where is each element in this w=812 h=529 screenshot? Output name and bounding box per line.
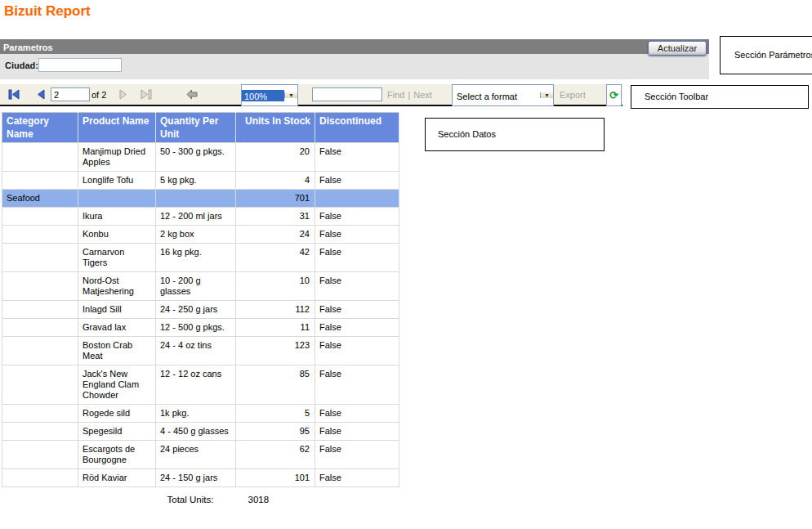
- section-toolbar-label: Sección Toolbar: [645, 91, 708, 103]
- last-page-button[interactable]: [141, 89, 152, 100]
- cell: False: [315, 319, 399, 337]
- last-page-icon: [141, 89, 152, 100]
- previous-page-icon: [36, 89, 45, 100]
- cell: [78, 190, 156, 208]
- parameters-header-bar: Parametros Actualizar: [0, 39, 709, 54]
- cell: Carnarvon Tigers: [78, 244, 156, 272]
- find-input[interactable]: [312, 87, 382, 101]
- cell: Longlife Tofu: [78, 172, 156, 190]
- first-page-icon: [8, 89, 20, 100]
- table-body: Manjimup Dried Apples50 - 300 g pkgs.20F…: [2, 143, 399, 487]
- cell: 10 - 200 g glasses: [156, 272, 236, 301]
- export-format-select[interactable]: Select a format ▼: [452, 84, 554, 106]
- cell: 24: [236, 226, 315, 244]
- cell: Boston Crab Meat: [78, 337, 156, 365]
- table-row: Spegesild4 - 450 g glasses95False: [2, 423, 399, 441]
- table-row: Konbu2 kg box24False: [2, 226, 399, 244]
- cell: 5: [236, 405, 315, 423]
- cell: 101: [236, 469, 315, 487]
- cell: Inlagd Sill: [78, 301, 156, 319]
- find-next-separator: |: [408, 90, 410, 100]
- cell: 50 - 300 g pkgs.: [156, 143, 236, 172]
- total-row: Total Units: 3018: [2, 487, 399, 509]
- cell: Seafood: [2, 190, 78, 208]
- cell: 2 kg box: [156, 226, 236, 244]
- cell: 24 pieces: [156, 441, 236, 469]
- cell: 85: [236, 365, 315, 405]
- export-link[interactable]: Export: [560, 90, 586, 100]
- previous-page-button[interactable]: [36, 89, 45, 100]
- section-parameters-label: Sección Parámetros: [734, 49, 812, 61]
- cell: Rogede sild: [78, 405, 156, 423]
- table-row: Gravad lax12 - 500 g pkgs.11False: [2, 319, 399, 337]
- section-toolbar-box: Sección Toolbar: [631, 85, 809, 109]
- page-title: Bizuit Report: [4, 3, 91, 20]
- cell: [2, 469, 78, 487]
- next-page-button[interactable]: [119, 89, 128, 100]
- cell: 42: [236, 244, 315, 272]
- section-parameters-box: Sección Parámetros: [720, 36, 812, 74]
- parent-report-icon: [186, 89, 198, 100]
- report-toolbar: of 2: [0, 84, 622, 106]
- cell: False: [315, 423, 399, 441]
- parent-report-button[interactable]: [186, 89, 198, 100]
- cell: False: [315, 301, 399, 319]
- cell: False: [315, 244, 399, 272]
- cell: Nord-Ost Matjeshering: [78, 272, 156, 301]
- table-row: Nord-Ost Matjeshering10 - 200 g glasses1…: [2, 272, 399, 301]
- cell: Konbu: [78, 226, 156, 244]
- table-row: Jack's New England Clam Chowder12 - 12 o…: [2, 365, 399, 405]
- cell: Escargots de Bourgogne: [78, 441, 156, 469]
- table-row: Ikura12 - 200 ml jars31False: [2, 208, 399, 226]
- cell: 123: [236, 337, 315, 365]
- cell: [2, 441, 78, 469]
- table-row: Longlife Tofu5 kg pkg.4False: [2, 172, 399, 190]
- next-page-icon: [119, 89, 128, 100]
- cell: 24 - 250 g jars: [156, 301, 236, 319]
- cell: False: [315, 208, 399, 226]
- cell: 12 - 500 g pkgs.: [156, 319, 236, 337]
- total-units-value: 3018: [236, 487, 315, 509]
- cell: [156, 190, 236, 208]
- cell: [2, 208, 78, 226]
- cell: False: [315, 469, 399, 487]
- section-data-label: Sección Datos: [438, 128, 496, 141]
- cell: 20: [236, 143, 315, 172]
- city-input[interactable]: [38, 58, 122, 72]
- table-row: Röd Kaviar24 - 150 g jars101False: [2, 469, 399, 487]
- first-page-button[interactable]: [8, 89, 20, 100]
- zoom-dropdown-arrow-icon[interactable]: ▼: [284, 92, 297, 98]
- find-link[interactable]: Find: [387, 90, 404, 100]
- section-data-box: Sección Datos: [425, 118, 605, 151]
- cell: 12 - 200 ml jars: [156, 208, 236, 226]
- zoom-selected-value: 100%: [242, 90, 284, 101]
- report-table: Category Name Product Name Quantity Per …: [2, 112, 399, 509]
- cell: 701: [236, 190, 315, 208]
- cell: 12 - 12 oz cans: [156, 365, 236, 405]
- cell: 4 - 450 g glasses: [156, 423, 236, 441]
- refresh-button[interactable]: ⟳: [606, 84, 622, 106]
- column-header-discontinued: Discontinued: [315, 113, 399, 143]
- current-page-input[interactable]: [51, 87, 90, 101]
- parameters-header-label: Parametros: [0, 40, 53, 52]
- report-page: Bizuit Report Parametros Actualizar Ciud…: [0, 0, 812, 529]
- cell: False: [315, 441, 399, 469]
- cell: False: [315, 143, 399, 172]
- cell: False: [315, 172, 399, 190]
- refresh-icon: ⟳: [609, 90, 618, 101]
- cell: [2, 301, 78, 319]
- cell: [2, 172, 78, 190]
- parameters-section: Parametros Actualizar Ciudad:: [0, 39, 709, 79]
- group-row: Seafood701: [2, 190, 399, 208]
- column-header-units-in-stock: Units In Stock: [236, 113, 315, 143]
- table-row: Inlagd Sill24 - 250 g jars112False: [2, 301, 399, 319]
- cell: Gravad lax: [78, 319, 156, 337]
- cell: Röd Kaviar: [78, 469, 156, 487]
- cell: [2, 143, 78, 172]
- column-header-category-name: Category Name: [2, 113, 78, 143]
- cell: 16 kg pkg.: [156, 244, 236, 272]
- zoom-select[interactable]: 100% ▼: [241, 84, 298, 106]
- next-link[interactable]: Next: [413, 90, 432, 100]
- format-dropdown-arrow-icon[interactable]: ▼: [540, 92, 553, 98]
- report-data-region: Category Name Product Name Quantity Per …: [2, 112, 399, 509]
